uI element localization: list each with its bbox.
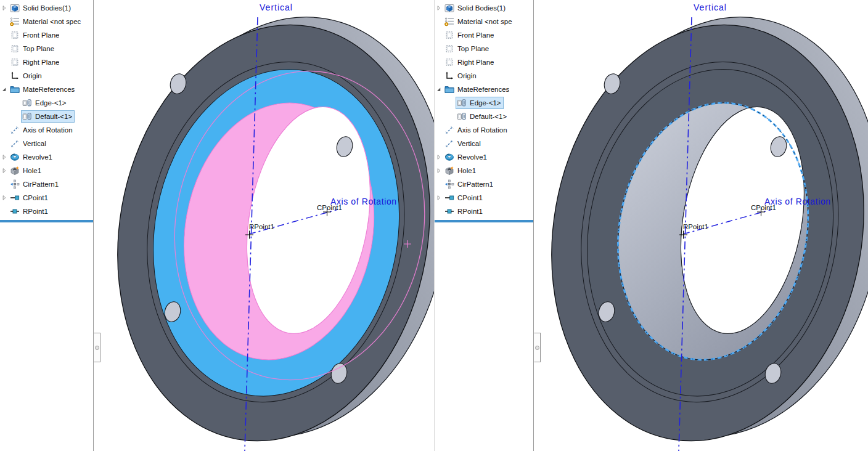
pane-left: VerticalAxis of RotationCPoint1RPoint1So… — [0, 0, 434, 451]
tree-item-solid-bodies-1[interactable]: Solid Bodies(1) — [0, 1, 93, 15]
arrow-spacer — [0, 30, 9, 40]
expanded-arrow-icon[interactable] — [435, 84, 443, 94]
material-icon — [444, 17, 455, 26]
arrow-spacer — [435, 57, 443, 67]
tree-item-cirpattern1[interactable]: CirPattern1 — [0, 177, 93, 191]
tree-item-right-plane[interactable]: Right Plane — [0, 55, 93, 69]
feature-tree: Solid Bodies(1)Material <not specFront P… — [0, 0, 94, 451]
tree-item-label: Material <not spec — [23, 18, 81, 25]
vertical-label[interactable]: Vertical — [260, 2, 293, 12]
materef-icon — [457, 98, 467, 108]
arrow-spacer — [0, 17, 9, 26]
tree-item-right-plane[interactable]: Right Plane — [435, 55, 533, 69]
revolve-icon — [10, 152, 20, 162]
collapsed-arrow-icon[interactable] — [0, 3, 9, 13]
tree-item-top-plane[interactable]: Top Plane — [0, 42, 93, 55]
vertical-label[interactable]: Vertical — [694, 2, 727, 12]
plane-icon — [444, 57, 455, 67]
revolve-icon — [444, 152, 455, 162]
tree-item-label: Vertical — [457, 140, 481, 147]
tree-item-label: Solid Bodies(1) — [457, 4, 506, 12]
cpoint-label[interactable]: CPoint1 — [317, 204, 342, 211]
collapsed-arrow-icon[interactable] — [0, 166, 9, 176]
tree-item-label: Default-<1> — [470, 113, 507, 120]
tree-item-vertical[interactable]: Vertical — [435, 137, 533, 150]
tree-item-vertical[interactable]: Vertical — [0, 137, 93, 150]
arrow-spacer — [0, 57, 9, 67]
tree-item-label: Solid Bodies(1) — [23, 4, 71, 12]
tree-item-revolve1[interactable]: Revolve1 — [0, 150, 93, 164]
panel-splitter[interactable] — [94, 333, 100, 362]
cpoint-icon — [444, 193, 455, 203]
tree-item-label: MateReferences — [23, 86, 75, 93]
tree-item-label: Default-<1> — [35, 113, 72, 120]
origin-icon — [10, 71, 20, 81]
cirpattern-icon — [10, 179, 20, 189]
tree-item-revolve1[interactable]: Revolve1 — [435, 150, 533, 164]
materef-icon — [22, 98, 33, 108]
axis-icon — [10, 125, 20, 135]
arrow-spacer — [435, 206, 443, 216]
tree-item-axis-of-rotation[interactable]: Axis of Rotation — [435, 123, 533, 137]
tree-item-default-1[interactable]: Default-<1> — [0, 110, 93, 123]
tree-item-front-plane[interactable]: Front Plane — [435, 28, 533, 42]
plane-icon — [444, 30, 455, 40]
arrow-spacer — [435, 17, 443, 26]
tree-item-matereferences[interactable]: MateReferences — [435, 83, 533, 96]
tree-item-front-plane[interactable]: Front Plane — [0, 28, 93, 42]
tree-item-origin[interactable]: Origin — [435, 69, 533, 83]
tree-item-hole1[interactable]: Hole1 — [435, 164, 533, 177]
tree-item-label: Top Plane — [23, 45, 54, 52]
expanded-arrow-icon[interactable] — [0, 84, 9, 94]
collapsed-arrow-icon[interactable] — [0, 193, 9, 203]
collapsed-arrow-icon[interactable] — [435, 3, 443, 13]
tree-item-label: CirPattern1 — [23, 181, 59, 188]
tree-item-label: CirPattern1 — [457, 181, 493, 188]
splitter-dot — [95, 346, 99, 350]
tree-item-label: MateReferences — [457, 86, 509, 93]
tree-item-rpoint1[interactable]: RPoint1 — [435, 205, 533, 218]
plane-icon — [10, 57, 20, 67]
tree-item-origin[interactable]: Origin — [0, 69, 93, 83]
tree-item-label: Front Plane — [457, 31, 494, 39]
pane-right: VerticalAxis of RotationCPoint1RPoint1So… — [434, 0, 868, 451]
solid-bodies-icon — [444, 3, 455, 13]
tree-item-label: Hole1 — [23, 167, 41, 174]
arrow-spacer — [447, 98, 456, 108]
rpoint-label[interactable]: RPoint1 — [683, 223, 708, 230]
panel-splitter[interactable] — [534, 333, 541, 362]
rollback-bar[interactable] — [0, 220, 93, 222]
rollback-bar[interactable] — [435, 220, 533, 222]
collapsed-arrow-icon[interactable] — [435, 193, 443, 203]
tree-item-cpoint1[interactable]: CPoint1 — [435, 191, 533, 205]
materef-icon — [457, 112, 467, 121]
arrow-spacer — [0, 125, 9, 135]
cpoint-label[interactable]: CPoint1 — [751, 204, 776, 211]
tree-item-edge-1[interactable]: Edge-<1> — [0, 96, 93, 110]
tree-item-cpoint1[interactable]: CPoint1 — [0, 191, 93, 205]
tree-item-material-not-spec[interactable]: Material <not spec — [0, 15, 93, 28]
collapsed-arrow-icon[interactable] — [435, 166, 443, 176]
plane-icon — [444, 44, 455, 54]
rpoint-label[interactable]: RPoint1 — [249, 223, 274, 230]
tree-item-matereferences[interactable]: MateReferences — [0, 83, 93, 96]
tree-item-hole1[interactable]: Hole1 — [0, 164, 93, 177]
tree-item-axis-of-rotation[interactable]: Axis of Rotation — [0, 123, 93, 137]
tree-item-solid-bodies-1[interactable]: Solid Bodies(1) — [435, 1, 533, 15]
collapsed-arrow-icon[interactable] — [435, 152, 443, 162]
splitter-dot — [535, 346, 539, 350]
tree-item-material-not-spe[interactable]: Material <not spe — [435, 15, 533, 28]
tree-item-top-plane[interactable]: Top Plane — [435, 42, 533, 55]
collapsed-arrow-icon[interactable] — [0, 152, 9, 162]
tree-item-edge-1[interactable]: Edge-<1> — [435, 96, 533, 110]
rpoint-icon — [10, 206, 20, 216]
axis-icon — [444, 139, 455, 148]
tree-item-cirpattern1[interactable]: CirPattern1 — [435, 177, 533, 191]
tree-item-rpoint1[interactable]: RPoint1 — [0, 205, 93, 218]
arrow-spacer — [447, 112, 456, 121]
plane-icon — [10, 44, 20, 54]
tree-item-label: RPoint1 — [23, 208, 48, 215]
cirpattern-icon — [444, 179, 455, 189]
arrow-spacer — [12, 98, 21, 108]
tree-item-default-1[interactable]: Default-<1> — [435, 110, 533, 123]
